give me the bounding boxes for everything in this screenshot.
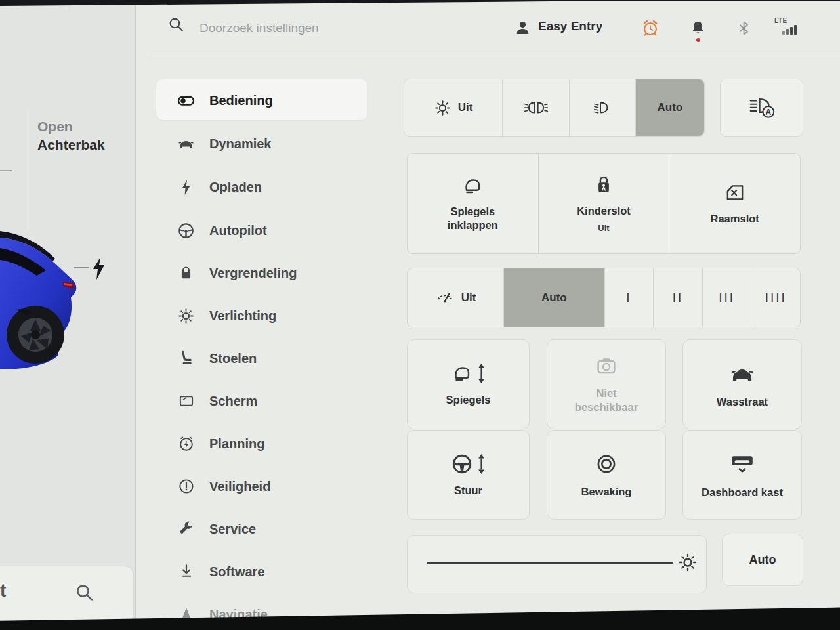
headlights-low-beam-segment[interactable] bbox=[570, 79, 635, 136]
high-beam-auto-icon bbox=[747, 95, 776, 120]
alert-circle-icon bbox=[177, 478, 195, 495]
wipers-speed-2-segment[interactable]: II bbox=[654, 268, 703, 327]
sidebar-item-verlichting[interactable]: Verlichting bbox=[177, 301, 276, 330]
driver-profile-icon[interactable] bbox=[515, 20, 530, 35]
headlights-off-segment[interactable]: Uit bbox=[404, 79, 503, 136]
signal-strength-icon bbox=[782, 24, 799, 35]
low-beam-icon bbox=[593, 98, 612, 117]
brightness-sun-icon[interactable] bbox=[677, 552, 698, 573]
sidebar-item-scherm[interactable]: Scherm bbox=[177, 387, 257, 415]
auto-high-beam-button[interactable] bbox=[720, 79, 803, 136]
vehicle-render bbox=[0, 231, 80, 374]
sidebar-item-stoelen[interactable]: Stoelen bbox=[177, 344, 257, 373]
sidebar-item-bediening[interactable]: Bediening bbox=[177, 86, 273, 115]
sidebar-item-opladen[interactable]: Opladen bbox=[177, 173, 262, 201]
up-down-arrow-icon bbox=[477, 453, 486, 474]
fold-mirrors-button[interactable]: Spiegels inklappen bbox=[408, 154, 539, 253]
charge-port-leader-line bbox=[74, 267, 89, 268]
wiper-icon bbox=[435, 288, 455, 308]
mirrors-adjust-card[interactable]: Spiegels bbox=[407, 339, 530, 429]
sentry-mode-card[interactable]: Bewaking bbox=[547, 430, 666, 520]
mirror-adjust-icon bbox=[451, 362, 486, 385]
settings-search-input[interactable] bbox=[198, 16, 437, 41]
headlights-segmented-control: Uit Auto bbox=[404, 79, 705, 136]
wrench-icon bbox=[177, 520, 195, 538]
map-search-icon[interactable] bbox=[75, 583, 94, 602]
glovebox-icon bbox=[729, 451, 755, 477]
topbar-divider bbox=[151, 52, 840, 53]
notifications-bell-icon[interactable] bbox=[690, 20, 706, 36]
sidebar-item-vergrendeling[interactable]: Vergrendeling bbox=[177, 259, 297, 287]
steering-adjust-icon bbox=[451, 453, 486, 475]
lock-icon bbox=[177, 264, 195, 282]
car-icon bbox=[177, 135, 195, 153]
sidebar-item-service[interactable]: Service bbox=[177, 514, 256, 543]
wipers-segmented-control: Uit Auto I II III IIII bbox=[407, 268, 801, 327]
up-down-arrow-icon bbox=[477, 363, 486, 384]
wipers-off-segment[interactable]: Uit bbox=[408, 268, 504, 327]
camera-icon bbox=[595, 354, 618, 378]
sidebar-item-software[interactable]: Software bbox=[177, 557, 264, 586]
brightness-slider[interactable] bbox=[427, 562, 673, 564]
driver-profile-label[interactable]: Easy Entry bbox=[538, 19, 602, 33]
wipers-speed-4-segment[interactable]: IIII bbox=[751, 268, 800, 327]
screen-icon bbox=[177, 392, 195, 410]
window-lock-button[interactable]: Raamslot bbox=[669, 154, 800, 253]
cabin-camera-card: Niet beschikbaar bbox=[547, 339, 666, 429]
sidebar-item-autopilot[interactable]: Autopilot bbox=[177, 216, 267, 245]
steering-adjust-card[interactable]: Stuur bbox=[407, 430, 530, 520]
scheduled-alarm-icon[interactable] bbox=[641, 19, 660, 37]
sidebar-item-planning[interactable]: Planning bbox=[177, 429, 264, 458]
toggle-icon bbox=[177, 92, 195, 110]
brightness-auto-button[interactable]: Auto bbox=[722, 534, 803, 586]
parking-lights-icon bbox=[524, 98, 548, 117]
headlights-parking-segment[interactable] bbox=[503, 79, 570, 136]
child-lock-button[interactable]: Kinderslot Uit bbox=[539, 154, 670, 253]
car-wash-card[interactable]: Wasstraat bbox=[682, 339, 802, 429]
wipers-speed-1-segment[interactable]: I bbox=[605, 268, 654, 327]
open-trunk-button-label[interactable]: Achterbak bbox=[37, 136, 105, 154]
search-icon[interactable] bbox=[168, 16, 184, 33]
car-wash-icon bbox=[729, 360, 755, 387]
door-leader-line bbox=[0, 170, 12, 171]
sidebar-item-veiligheid[interactable]: Veiligheid bbox=[177, 472, 270, 501]
sun-icon bbox=[177, 307, 195, 325]
mirror-icon bbox=[461, 175, 484, 197]
clock-bolt-icon bbox=[177, 435, 195, 453]
wipers-auto-segment[interactable]: Auto bbox=[504, 268, 604, 327]
charge-port-icon[interactable] bbox=[90, 257, 107, 280]
wipers-speed-3-segment[interactable]: III bbox=[703, 268, 752, 327]
trunk-leader-line bbox=[30, 110, 30, 235]
sidebar-item-dynamiek[interactable]: Dynamiek bbox=[177, 129, 272, 158]
locks-control-group: Spiegels inklappen Kinderslot Uit Raamsl… bbox=[407, 153, 801, 254]
headlights-auto-segment[interactable]: Auto bbox=[636, 79, 704, 136]
download-icon bbox=[177, 563, 195, 581]
steering-wheel-icon bbox=[177, 222, 195, 240]
open-trunk-button[interactable]: Open bbox=[37, 118, 73, 135]
bolt-icon bbox=[177, 178, 195, 196]
window-lock-icon bbox=[724, 182, 746, 204]
sentry-lens-icon bbox=[594, 452, 619, 476]
child-lock-icon bbox=[593, 174, 615, 196]
bottom-card-partial-text: t bbox=[0, 580, 6, 601]
seat-icon bbox=[177, 350, 195, 368]
notification-badge-dot bbox=[696, 38, 700, 42]
sun-icon bbox=[434, 99, 452, 117]
bluetooth-icon[interactable] bbox=[736, 20, 752, 36]
child-lock-state: Uit bbox=[598, 223, 609, 233]
glovebox-card[interactable]: Dashboard kast bbox=[682, 430, 802, 520]
